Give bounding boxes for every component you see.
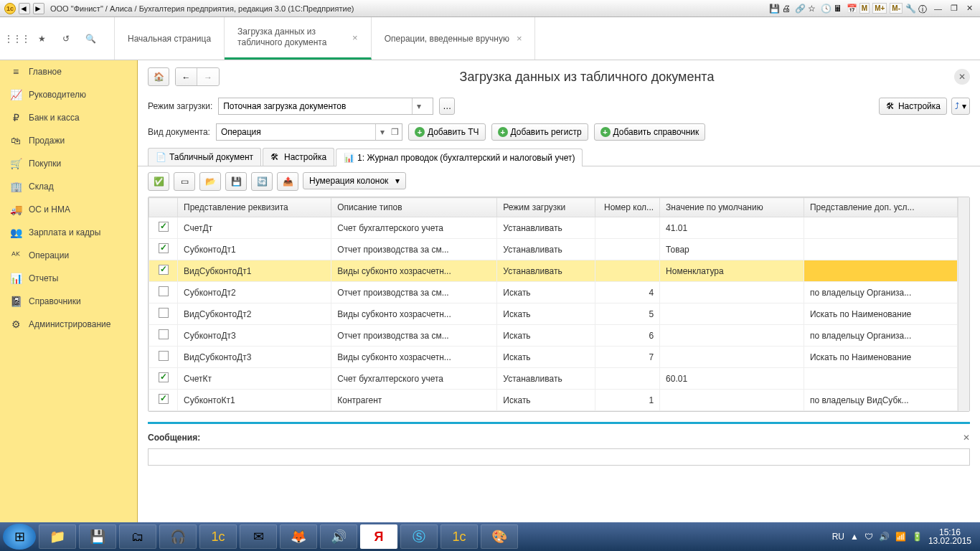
open-folder-button[interactable]: 📂 (199, 172, 221, 191)
task-sound[interactable]: 🔊 (320, 524, 357, 549)
save-icon[interactable]: 💾 (769, 4, 779, 14)
sidebar-item-4[interactable]: 🛒Покупки (0, 152, 137, 175)
start-button[interactable]: ⊞ (3, 524, 36, 550)
task-1c[interactable]: 1c (199, 524, 237, 549)
table-row[interactable]: СубконтоДт3Отчет производства за см...Ис… (149, 325, 958, 347)
actions-menu-button[interactable]: ⤴▾ (951, 98, 970, 115)
table-row[interactable]: СубконтоДт2Отчет производства за см...Ис… (149, 282, 958, 303)
sidebar-item-5[interactable]: 🏢Склад (0, 175, 137, 198)
link-icon[interactable]: 🔗 (795, 4, 805, 14)
open-icon[interactable]: ❐ (389, 127, 402, 137)
zoom-mminus-icon[interactable]: M- (890, 3, 903, 14)
forward-button[interactable]: → (197, 68, 219, 86)
close-page-icon[interactable]: ✕ (954, 69, 970, 85)
sidebar-item-11[interactable]: ⚙Администрирование (0, 313, 137, 336)
col-header[interactable]: Режим загрузки (497, 198, 595, 217)
favorite-icon[interactable]: ★ (34, 32, 49, 46)
sidebar-item-3[interactable]: 🛍Продажи (0, 129, 137, 152)
table-row[interactable]: ВидСубконтоДт2Виды субконто хозрасчетн..… (149, 303, 958, 325)
col-header[interactable] (149, 198, 178, 217)
table-row[interactable]: СчетДтСчет бухгалтерского учетаУстанавли… (149, 217, 958, 239)
sidebar-item-8[interactable]: ᴬᴷОперации (0, 244, 137, 267)
table-row[interactable]: СчетКтСчет бухгалтерского учетаУстанавли… (149, 368, 958, 390)
tray-flag-icon[interactable]: ▲ (850, 532, 859, 542)
home-button[interactable]: 🏠 (148, 67, 169, 86)
table-row[interactable]: ВидСубконтоДт1Виды субконто хозрасчетн..… (149, 260, 958, 282)
doctype-select[interactable]: Операция ▾ ❐ (216, 123, 402, 141)
task-skype[interactable]: Ⓢ (400, 524, 438, 549)
history-icon[interactable]: 🕓 (821, 4, 831, 14)
sidebar-item-9[interactable]: 📊Отчеты (0, 267, 137, 290)
maximize-icon[interactable]: ❐ (948, 4, 961, 13)
row-checkbox[interactable] (159, 222, 169, 232)
tray-clock[interactable]: 15:16 13.02.2015 (928, 528, 971, 545)
tray-lang[interactable]: RU (832, 532, 844, 542)
close-messages-icon[interactable]: ✕ (963, 433, 970, 443)
row-checkbox[interactable] (159, 394, 169, 404)
task-paint[interactable]: 🎨 (481, 524, 518, 549)
col-header[interactable]: Номер кол... (595, 198, 660, 217)
mode-select[interactable]: Поточная загрузка документов ▾ (218, 98, 433, 115)
apps-grid-icon[interactable]: ⋮⋮⋮ (10, 32, 24, 46)
add-reference-button[interactable]: +Добавить справочник (594, 123, 706, 141)
row-checkbox[interactable] (159, 265, 169, 275)
row-checkbox[interactable] (159, 308, 169, 318)
info-icon[interactable]: ⓘ (918, 4, 928, 14)
row-checkbox[interactable] (159, 329, 169, 339)
sidebar-item-7[interactable]: 👥Зарплата и кадры (0, 221, 137, 244)
column-numbering-button[interactable]: Нумерация колонок▾ (303, 172, 406, 189)
print-icon[interactable]: 🖨 (782, 4, 792, 14)
task-media[interactable]: 🎧 (159, 524, 197, 549)
table-row[interactable]: СубконтоДт1Отчет производства за см...Ус… (149, 239, 958, 260)
task-save[interactable]: 💾 (79, 524, 116, 549)
sidebar-item-0[interactable]: ≡Главное (0, 60, 137, 83)
search-icon[interactable]: 🔍 (83, 32, 98, 46)
top-tab-2[interactable]: Операции, введенные вручную× (372, 17, 536, 60)
refresh-button[interactable]: 🔄 (251, 172, 273, 191)
tray-shield-icon[interactable]: 🛡 (864, 532, 873, 542)
nav-back-icon[interactable]: ◄ (19, 3, 30, 14)
settings-button[interactable]: 🛠Настройка (879, 98, 947, 115)
close-window-icon[interactable]: ✕ (963, 4, 976, 13)
task-explorer[interactable]: 📁 (39, 524, 76, 549)
chevron-down-icon[interactable]: ▾ (376, 127, 389, 137)
row-checkbox[interactable] (159, 351, 169, 361)
col-header[interactable]: Представление реквизита (178, 198, 331, 217)
sidebar-item-6[interactable]: 🚚ОС и НМА (0, 198, 137, 221)
save-disk-button[interactable]: 💾 (225, 172, 247, 191)
col-header[interactable]: Значение по умолчанию (660, 198, 804, 217)
tool-icon[interactable]: 🔧 (905, 4, 915, 14)
back-button[interactable]: ← (176, 68, 197, 86)
add-register-button[interactable]: +Добавить регистр (491, 123, 588, 141)
calc-icon[interactable]: 🖩 (834, 4, 844, 14)
row-checkbox[interactable] (159, 372, 169, 382)
calendar-icon[interactable]: 📅 (847, 4, 857, 14)
tray-wifi-icon[interactable]: 📶 (895, 532, 906, 542)
close-tab-icon[interactable]: × (352, 32, 358, 43)
sub-tab-1[interactable]: 🛠Настройка (263, 148, 334, 166)
sidebar-item-10[interactable]: 📓Справочники (0, 290, 137, 313)
task-1c2[interactable]: 1c (440, 524, 478, 549)
export-button[interactable]: 📤 (277, 172, 298, 191)
row-checkbox[interactable] (159, 243, 169, 253)
sub-tab-0[interactable]: 📄Табличный документ (148, 148, 261, 166)
table-row[interactable]: СубконтоКт1КонтрагентИскать1по владельцу… (149, 390, 958, 411)
add-tch-button[interactable]: +Добавить ТЧ (408, 123, 486, 141)
task-yandex[interactable]: Я (360, 524, 397, 549)
tray-net-icon[interactable]: 🔊 (879, 532, 890, 542)
star-icon[interactable]: ☆ (808, 4, 818, 14)
sub-tab-2[interactable]: 📊1: Журнал проводок (бухгалтерский и нал… (336, 149, 583, 166)
mode-ellipsis-button[interactable]: … (439, 98, 455, 115)
col-header[interactable]: Описание типов (331, 198, 497, 217)
sidebar-item-1[interactable]: 📈Руководителю (0, 83, 137, 106)
recent-icon[interactable]: ↺ (59, 32, 73, 46)
minimize-icon[interactable]: — (931, 4, 945, 13)
task-mail[interactable]: ✉ (240, 524, 277, 549)
zoom-mplus-icon[interactable]: M+ (872, 3, 887, 14)
row-checkbox[interactable] (159, 286, 169, 296)
task-firefox[interactable]: 🦊 (280, 524, 317, 549)
chevron-down-icon[interactable]: ▾ (413, 101, 425, 111)
task-folder[interactable]: 🗂 (119, 524, 156, 549)
top-tab-1[interactable]: Загрузка данных из табличного документа× (225, 17, 372, 60)
check-all-button[interactable]: ✅ (148, 172, 169, 191)
